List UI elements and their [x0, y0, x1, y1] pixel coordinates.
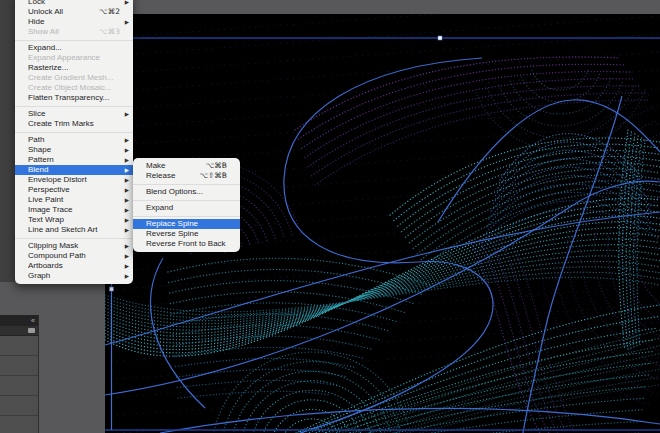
object-menu: Lock▶Unlock All⌥⌘2Hide▶Show All⌥⌘3Expand…	[15, 0, 133, 284]
menu-item-reverse-front-to-back[interactable]: Reverse Front to Back	[133, 239, 240, 249]
menu-item-create-trim-marks[interactable]: Create Trim Marks	[15, 119, 133, 129]
layers-panel[interactable]: «	[0, 315, 39, 433]
menu-item-label: Envelope Distort	[28, 175, 120, 185]
menu-item-unlock-all[interactable]: Unlock All⌥⌘2	[15, 7, 133, 17]
menu-item-label: Create Object Mosaic...	[28, 83, 120, 93]
submenu-arrow-icon: ▶	[122, 241, 129, 251]
panel-row[interactable]	[0, 376, 38, 396]
menu-item-hide[interactable]: Hide▶	[15, 17, 133, 27]
menu-item-blend-options[interactable]: Blend Options...	[133, 187, 240, 197]
submenu-arrow-icon: ▶	[122, 251, 129, 261]
menu-item-create-gradient-mesh: Create Gradient Mesh...	[15, 73, 133, 83]
menu-item-label: Pattern	[28, 155, 120, 165]
menu-item-label: Reverse Spine	[146, 229, 227, 239]
illustrator-window: « Lock▶Unlock All⌥⌘2Hide▶Show All⌥⌘3Expa…	[0, 0, 660, 433]
panel-row[interactable]	[0, 336, 38, 356]
menu-separator	[15, 40, 133, 41]
menu-item-reverse-spine[interactable]: Reverse Spine	[133, 229, 240, 239]
menu-item-label: Live Paint	[28, 195, 120, 205]
menu-item-clipping-mask[interactable]: Clipping Mask▶	[15, 241, 133, 251]
panel-header[interactable]: «	[0, 315, 38, 326]
submenu-arrow-icon: ▶	[122, 205, 129, 215]
menu-item-pattern[interactable]: Pattern▶	[15, 155, 133, 165]
menu-separator	[15, 132, 133, 133]
menu-separator	[15, 238, 133, 239]
menu-item-label: Text Wrap	[28, 215, 120, 225]
panel-toolbar[interactable]	[0, 326, 38, 336]
menu-item-label: Shape	[28, 145, 120, 155]
menu-item-live-paint[interactable]: Live Paint▶	[15, 195, 133, 205]
menu-item-expand-appearance: Expand Appearance	[15, 53, 133, 63]
menu-separator	[133, 200, 240, 201]
menu-item-expand[interactable]: Expand	[133, 203, 240, 213]
menu-item-make[interactable]: Make⌥⌘B	[133, 161, 240, 171]
menu-item-show-all: Show All⌥⌘3	[15, 27, 133, 37]
anchor-point[interactable]	[438, 36, 442, 40]
menu-separator	[133, 184, 240, 185]
menu-item-label: Create Trim Marks	[28, 119, 120, 129]
menu-item-blend[interactable]: Blend▶	[15, 165, 133, 175]
panel-row[interactable]	[0, 356, 38, 376]
menu-item-path[interactable]: Path▶	[15, 135, 133, 145]
menu-item-label: Path	[28, 135, 120, 145]
menu-item-expand[interactable]: Expand...	[15, 43, 133, 53]
anchor-point[interactable]	[110, 287, 114, 291]
submenu-arrow-icon: ▶	[122, 195, 129, 205]
menu-separator	[15, 106, 133, 107]
menu-item-label: Blend Options...	[146, 187, 227, 197]
menu-item-label: Line and Sketch Art	[28, 225, 120, 235]
submenu-arrow-icon: ▶	[122, 145, 129, 155]
menu-item-perspective[interactable]: Perspective▶	[15, 185, 133, 195]
blend-submenu: Make⌥⌘BRelease⌥⇧⌘BBlend Options...Expand…	[133, 158, 240, 252]
menu-item-envelope-distort[interactable]: Envelope Distort▶	[15, 175, 133, 185]
menu-item-rasterize[interactable]: Rasterize...	[15, 63, 133, 73]
panel-row[interactable]	[0, 396, 38, 416]
menu-item-shape[interactable]: Shape▶	[15, 145, 133, 155]
menu-item-label: Replace Spine	[146, 219, 227, 229]
menu-item-compound-path[interactable]: Compound Path▶	[15, 251, 133, 261]
menu-item-label: Flatten Transparency...	[28, 93, 120, 103]
submenu-arrow-icon: ▶	[122, 215, 129, 225]
menu-item-label: Artboards	[28, 261, 120, 271]
submenu-arrow-icon: ▶	[122, 165, 129, 175]
menu-item-label: Clipping Mask	[28, 241, 120, 251]
menu-item-artboards[interactable]: Artboards▶	[15, 261, 133, 271]
submenu-arrow-icon: ▶	[122, 225, 129, 235]
menu-item-label: Hide	[28, 17, 120, 27]
menu-item-lock[interactable]: Lock▶	[15, 0, 133, 7]
submenu-arrow-icon: ▶	[122, 155, 129, 165]
menu-item-line-and-sketch-art[interactable]: Line and Sketch Art▶	[15, 225, 133, 235]
panel-option-icon[interactable]	[28, 328, 35, 333]
menu-shortcut: ⌥⌘B	[206, 161, 227, 171]
menu-item-label: Compound Path	[28, 251, 120, 261]
menu-item-flatten-transparency[interactable]: Flatten Transparency...	[15, 93, 133, 103]
menu-item-label: Unlock All	[28, 7, 91, 17]
menu-item-slice[interactable]: Slice▶	[15, 109, 133, 119]
collapse-panel-icon[interactable]: «	[31, 315, 35, 326]
menu-item-label: Perspective	[28, 185, 120, 195]
menu-item-label: Reverse Front to Back	[146, 239, 227, 249]
menu-item-label: Expand	[146, 203, 227, 213]
menu-item-release[interactable]: Release⌥⇧⌘B	[133, 171, 240, 181]
menu-item-label: Rasterize...	[28, 63, 120, 73]
menu-shortcut: ⌥⇧⌘B	[199, 171, 227, 181]
submenu-arrow-icon: ▶	[122, 0, 129, 7]
submenu-arrow-icon: ▶	[122, 271, 129, 281]
submenu-arrow-icon: ▶	[122, 261, 129, 271]
menu-item-label: Graph	[28, 271, 120, 281]
menu-item-image-trace[interactable]: Image Trace▶	[15, 205, 133, 215]
menu-item-label: Expand Appearance	[28, 53, 120, 63]
submenu-arrow-icon: ▶	[122, 135, 129, 145]
menu-shortcut: ⌥⌘3	[99, 27, 120, 37]
submenu-arrow-icon: ▶	[122, 175, 129, 185]
menu-item-label: Make	[146, 161, 198, 171]
menu-item-text-wrap[interactable]: Text Wrap▶	[15, 215, 133, 225]
menu-item-label: Create Gradient Mesh...	[28, 73, 120, 83]
menu-item-graph[interactable]: Graph▶	[15, 271, 133, 281]
menu-item-label: Image Trace	[28, 205, 120, 215]
menu-item-replace-spine[interactable]: Replace Spine	[133, 219, 240, 229]
menu-item-label: Lock	[28, 0, 120, 7]
submenu-arrow-icon: ▶	[122, 185, 129, 195]
submenu-arrow-icon: ▶	[122, 17, 129, 27]
submenu-arrow-icon: ▶	[122, 109, 129, 119]
